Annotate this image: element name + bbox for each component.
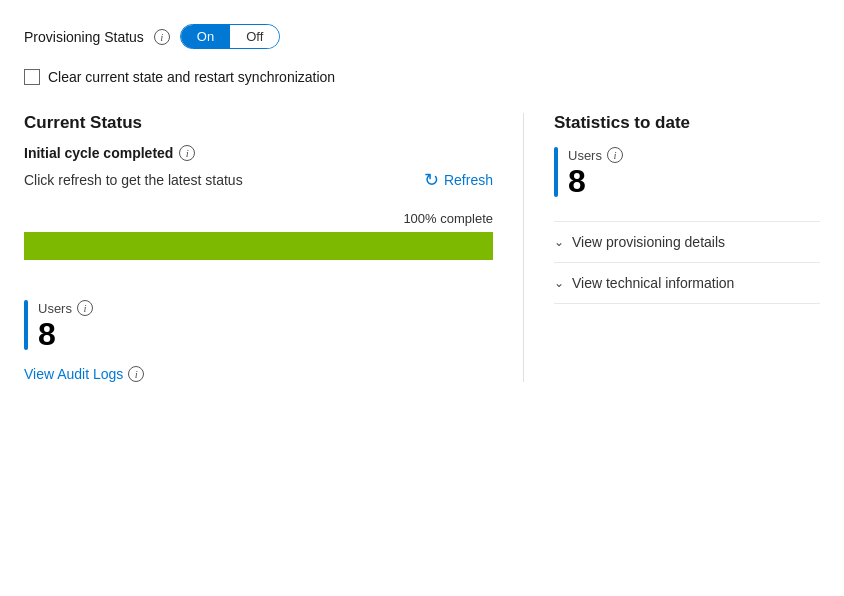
refresh-label: Refresh (444, 172, 493, 188)
main-content: Current Status Initial cycle completed i… (24, 113, 820, 382)
toggle-on-option[interactable]: On (181, 25, 230, 48)
users-label-bottom: Users (38, 301, 72, 316)
users-stat-content: Users i 8 (38, 300, 93, 350)
refresh-button[interactable]: ↻ Refresh (424, 169, 493, 191)
provisioning-status-row: Provisioning Status i On Off (24, 24, 820, 49)
users-value-right: 8 (568, 165, 623, 197)
refresh-row: Click refresh to get the latest status ↻… (24, 169, 493, 191)
users-label-row: Users i (38, 300, 93, 316)
clear-state-label: Clear current state and restart synchron… (48, 69, 335, 85)
cycle-completed-row: Initial cycle completed i (24, 145, 493, 161)
users-stat-bottom: Users i 8 (24, 300, 493, 350)
users-stat-content-right: Users i 8 (568, 147, 623, 197)
toggle-off-option[interactable]: Off (230, 25, 279, 48)
cycle-info-icon[interactable]: i (179, 145, 195, 161)
view-audit-logs-link[interactable]: View Audit Logs (24, 366, 123, 382)
cycle-label: Initial cycle completed (24, 145, 173, 161)
progress-bar-fill (24, 232, 493, 260)
provisioning-toggle[interactable]: On Off (180, 24, 280, 49)
audit-info-icon[interactable]: i (128, 366, 144, 382)
right-column: Statistics to date Users i 8 ⌄ View prov… (524, 113, 820, 382)
view-technical-info-row[interactable]: ⌄ View technical information (554, 262, 820, 304)
provisioning-info-icon[interactable]: i (154, 29, 170, 45)
stat-left-bar-right (554, 147, 558, 197)
chevron-down-icon-provisioning: ⌄ (554, 235, 564, 249)
users-value-bottom: 8 (38, 318, 93, 350)
view-provisioning-details-row[interactable]: ⌄ View provisioning details (554, 221, 820, 262)
statistics-title: Statistics to date (554, 113, 820, 133)
clear-state-row: Clear current state and restart synchron… (24, 69, 820, 85)
progress-label: 100% complete (24, 211, 493, 226)
clear-state-checkbox[interactable] (24, 69, 40, 85)
provisioning-label: Provisioning Status (24, 29, 144, 45)
users-info-icon-right[interactable]: i (607, 147, 623, 163)
view-technical-info-label: View technical information (572, 275, 734, 291)
stat-left-bar (24, 300, 28, 350)
audit-logs-row: View Audit Logs i (24, 366, 493, 382)
users-label-right: Users (568, 148, 602, 163)
view-provisioning-details-label: View provisioning details (572, 234, 725, 250)
left-column: Current Status Initial cycle completed i… (24, 113, 524, 382)
users-stat-right: Users i 8 (554, 147, 820, 197)
users-label-row-right: Users i (568, 147, 623, 163)
progress-bar-container (24, 232, 493, 260)
refresh-icon: ↻ (424, 169, 439, 191)
refresh-hint: Click refresh to get the latest status (24, 172, 243, 188)
chevron-down-icon-technical: ⌄ (554, 276, 564, 290)
current-status-title: Current Status (24, 113, 493, 133)
users-info-icon-bottom[interactable]: i (77, 300, 93, 316)
